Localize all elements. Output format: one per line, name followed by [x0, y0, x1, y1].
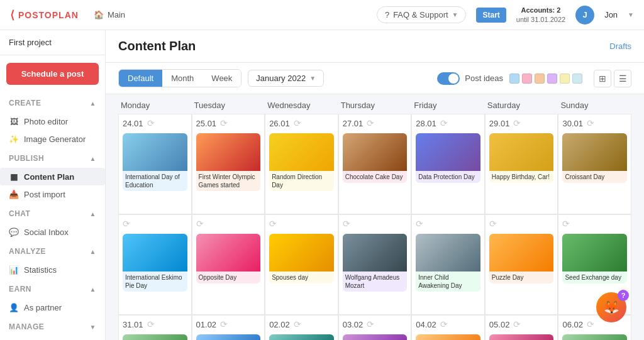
calendar-area: Monday Tuesday Wednesday Thursday Friday… [106, 94, 644, 340]
color-filter-orange[interactable] [535, 74, 545, 84]
event-opposite-day[interactable]: Opposite Day [196, 234, 261, 283]
event-bottom-4[interactable] [343, 334, 408, 340]
event-bottom-5[interactable] [416, 334, 480, 340]
event-spouses-day[interactable]: Spouses day [269, 234, 334, 283]
add-event-icon[interactable]: ⟳ [294, 319, 301, 329]
toggle-switch[interactable] [437, 72, 460, 85]
event-img [196, 234, 261, 271]
event-chocolate-cake[interactable]: Chocolate Cake Day [343, 133, 408, 183]
event-bottom-2[interactable] [196, 334, 261, 340]
event-happy-birthday-car[interactable]: Happy Birthday, Car! [489, 133, 554, 183]
sidebar-item-social-inbox[interactable]: 💬 Social Inbox [0, 223, 105, 241]
add-event-icon[interactable]: ⟳ [587, 319, 594, 329]
logo[interactable]: ⟨ POSTOPLAN [10, 8, 79, 22]
event-img [562, 133, 627, 171]
sidebar-section-manage-header[interactable]: Manage ▼ [9, 322, 96, 331]
add-event-icon[interactable]: ⟳ [269, 219, 277, 229]
event-eskimo-pie[interactable]: International Eskimo Pie Day [123, 234, 187, 292]
faq-button[interactable]: ? FAQ & Support ▼ [377, 6, 467, 23]
date-05feb: 05.02 ⟳ [489, 319, 554, 329]
event-random-direction[interactable]: Random Direction Day [269, 133, 334, 191]
event-bottom-1[interactable] [123, 334, 187, 340]
add-event-icon[interactable]: ⟳ [196, 219, 204, 229]
event-img [416, 334, 480, 340]
add-event-icon[interactable]: ⟳ [147, 319, 155, 329]
event-child-awakening[interactable]: Inner Child Awakening Day [416, 234, 480, 292]
mascot[interactable]: 🦊 ? [596, 292, 631, 327]
tab-week[interactable]: Week [203, 70, 241, 87]
add-event-icon[interactable]: ⟳ [440, 319, 448, 329]
current-date: January 2022 [256, 74, 306, 83]
date-spouses: ⟳ [269, 219, 334, 229]
color-filter-yellow[interactable] [560, 74, 570, 84]
event-img [562, 334, 627, 340]
add-event-icon[interactable]: ⟳ [220, 319, 228, 329]
date-puzzle: ⟳ [489, 219, 554, 229]
cal-cell-puzzle: ⟳ Puzzle Day [485, 214, 558, 315]
day-header-saturday: Saturday [485, 94, 558, 114]
add-event-icon-27jan[interactable]: ⟳ [367, 118, 374, 128]
event-data-protection[interactable]: Data Protection Day [416, 133, 480, 183]
event-mozart[interactable]: Wolfgang Amadeus Mozart [343, 234, 408, 292]
sidebar-item-as-partner[interactable]: 👤 As partner [0, 299, 105, 316]
add-event-icon[interactable]: ⟳ [562, 219, 570, 229]
sidebar-section-earn-header[interactable]: Earn ▲ [9, 285, 96, 293]
user-avatar[interactable]: J [575, 6, 594, 25]
color-filter-lightblue[interactable] [572, 74, 582, 84]
add-event-icon[interactable]: ⟳ [343, 219, 350, 229]
tab-default[interactable]: Default [119, 70, 162, 87]
tab-month[interactable]: Month [162, 70, 203, 87]
date-28jan: 28.01 ⟳ [416, 118, 480, 128]
add-event-icon[interactable]: ⟳ [513, 319, 521, 329]
cal-cell-27jan: 27.01 ⟳ Chocolate Cake Day [338, 114, 412, 214]
project-selector[interactable]: First project [0, 30, 105, 55]
add-event-icon-24jan[interactable]: ⟳ [147, 118, 155, 128]
drafts-link[interactable]: Drafts [609, 41, 631, 51]
sidebar-item-image-generator[interactable]: ✨ Image Generator [0, 130, 105, 148]
start-button[interactable]: Start [476, 8, 506, 23]
sidebar-section-publish-header[interactable]: Publish ▲ [9, 154, 96, 163]
event-img [562, 234, 627, 271]
add-event-icon[interactable]: ⟳ [416, 219, 423, 229]
date-selector[interactable]: January 2022 ▼ [248, 70, 324, 87]
list-view-button[interactable]: ☰ [614, 70, 631, 87]
event-croissant[interactable]: Croissant Day [562, 133, 627, 183]
sidebar-item-statistics[interactable]: 📊 Statistics [0, 261, 105, 278]
content-plan-icon: ▦ [9, 172, 19, 182]
add-event-icon-26jan[interactable]: ⟳ [294, 118, 301, 128]
event-olympics[interactable]: First Winter Olympic Games started [196, 133, 261, 191]
add-event-icon-25jan[interactable]: ⟳ [220, 118, 228, 128]
home-icon: 🏠 [94, 10, 104, 19]
main-nav-link[interactable]: 🏠 Main [94, 10, 125, 19]
logo-icon: ⟨ [10, 8, 14, 22]
grid-view-button[interactable]: ⊞ [594, 70, 611, 87]
sidebar-item-photo-editor[interactable]: 🖼 Photo editor [0, 112, 105, 130]
event-bottom-7[interactable] [562, 334, 627, 340]
day-header-monday: Monday [118, 94, 192, 114]
color-filter-pink[interactable] [522, 74, 532, 84]
add-event-icon[interactable]: ⟳ [489, 219, 497, 229]
sidebar-section-analyze-header[interactable]: Analyze ▲ [9, 247, 96, 256]
color-filter-purple[interactable] [547, 74, 557, 84]
add-event-icon-28jan[interactable]: ⟳ [440, 118, 448, 128]
content-area: Content Plan Drafts Default Month Week J… [106, 30, 644, 340]
event-img [343, 133, 408, 171]
schedule-post-button[interactable]: Schedule a post [6, 63, 99, 85]
event-bottom-3[interactable] [269, 334, 334, 340]
sidebar-item-post-import[interactable]: 📥 Post import [0, 185, 105, 203]
add-event-icon[interactable]: ⟳ [123, 219, 130, 229]
sidebar-section-create-header[interactable]: Create ▲ [9, 99, 96, 107]
event-puzzle-day[interactable]: Puzzle Day [489, 234, 554, 283]
add-event-icon-30jan[interactable]: ⟳ [587, 118, 594, 128]
color-filter-blue[interactable] [509, 74, 519, 84]
sidebar-section-chat-header[interactable]: Chat ▲ [9, 209, 96, 218]
sidebar-section-analyze: Analyze ▲ [0, 241, 105, 261]
sidebar-item-content-plan[interactable]: ▦ Content Plan [0, 168, 105, 185]
event-education[interactable]: International Day of Education [123, 133, 187, 191]
add-event-icon[interactable]: ⟳ [367, 319, 374, 329]
date-opposite: ⟳ [196, 219, 261, 229]
add-event-icon-29jan[interactable]: ⟳ [513, 118, 521, 128]
date-27jan: 27.01 ⟳ [343, 118, 408, 128]
event-bottom-6[interactable] [489, 334, 554, 340]
event-seed-exchange[interactable]: Seed Exchange day [562, 234, 627, 283]
